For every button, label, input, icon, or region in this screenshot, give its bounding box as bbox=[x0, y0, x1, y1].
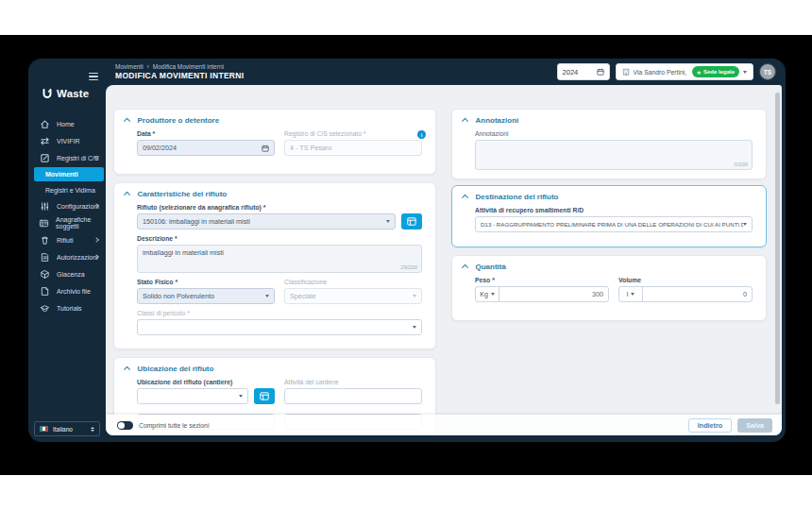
date-input[interactable]: 09/02/2024 bbox=[137, 140, 275, 156]
rifiuto-value: 150106: imballaggi in materiali misti bbox=[143, 217, 386, 226]
chevron-down-icon bbox=[265, 295, 269, 298]
back-button[interactable]: Indietro bbox=[688, 418, 732, 433]
header-widgets: 2024 Via Sandro Pertini, 8... ★ Sede leg… bbox=[557, 63, 776, 80]
language-label: Italiano bbox=[53, 426, 86, 433]
section-header-ubicazione[interactable]: Ubicazione del rifiuto bbox=[126, 365, 422, 373]
volume-field: l 0 bbox=[618, 286, 753, 302]
star-icon: ★ bbox=[697, 69, 702, 76]
section-title: Destinazione del rifiuto bbox=[476, 193, 559, 201]
site-selector[interactable]: Via Sandro Pertini, 8... ★ Sede legale bbox=[616, 63, 753, 80]
sidebar-item-movimenti[interactable]: Movimenti bbox=[34, 167, 104, 181]
italian-flag-icon bbox=[40, 426, 48, 432]
char-counter: 29/200 bbox=[400, 264, 417, 270]
sliders-icon bbox=[39, 200, 50, 212]
sidebar-item-archivio[interactable]: Archivio file bbox=[28, 282, 106, 299]
sidebar-item-anagrafiche[interactable]: Anagrafiche soggetti bbox=[28, 214, 106, 231]
attivita-cantiere-input[interactable] bbox=[284, 388, 422, 404]
section-header-destinazione[interactable]: Destinazione del rifiuto bbox=[464, 193, 753, 201]
breadcrumb-current: Modifica Movimenti interni bbox=[153, 63, 224, 70]
calendar-icon bbox=[597, 68, 604, 76]
field-label-data: Data * bbox=[137, 130, 275, 137]
sidebar-item-autorizzazioni[interactable]: Autorizzazioni bbox=[28, 248, 106, 265]
registro-input: 4 - TS Pesaro bbox=[284, 140, 422, 156]
volume-unit-select[interactable]: l bbox=[619, 287, 643, 301]
top-header: Movimenti › Modifica Movimenti interni M… bbox=[106, 59, 786, 85]
stato-value: Solido non Polverulento bbox=[143, 292, 265, 300]
attivita-rd-value: D13 - RAGGRUPPAMENTO PRELIMINARE PRIMA D… bbox=[481, 221, 743, 228]
home-icon bbox=[39, 118, 50, 129]
classificazione-value: Speciale bbox=[290, 292, 413, 300]
trash-icon bbox=[39, 234, 50, 246]
sidebar-item-label: Tutorials bbox=[57, 305, 82, 312]
sidebar-item-label: Autorizzazioni bbox=[57, 254, 98, 261]
language-selector[interactable]: Italiano bbox=[34, 421, 100, 436]
sidebar-item-configurazioni[interactable]: Configurazioni bbox=[28, 197, 106, 214]
sidebar-item-home[interactable]: Home bbox=[28, 115, 106, 132]
section-title: Produttore o detentore bbox=[138, 116, 220, 125]
id-card-icon bbox=[39, 217, 49, 229]
char-counter: 0/200 bbox=[734, 162, 748, 167]
section-title: Annotazioni bbox=[476, 116, 519, 125]
document-icon bbox=[39, 251, 50, 263]
year-filter[interactable]: 2024 bbox=[557, 63, 610, 80]
annotazioni-textarea[interactable]: 0/200 bbox=[475, 140, 753, 170]
sidebar-item-label: Configurazioni bbox=[57, 203, 99, 210]
section-title: Ubicazione del rifiuto bbox=[138, 365, 214, 373]
section-header-produttore[interactable]: Produttore o detentore bbox=[126, 116, 422, 125]
volume-input[interactable]: 0 bbox=[643, 287, 752, 301]
descrizione-textarea[interactable]: imballaggi in materiali misti 29/200 bbox=[137, 245, 422, 273]
card-produttore: Produttore o detentore i Data * 09/02/20… bbox=[113, 109, 436, 175]
rifiuto-lookup-button[interactable] bbox=[401, 213, 422, 230]
sidebar-item-vivifir[interactable]: VIVIFIR bbox=[28, 132, 106, 149]
sidebar-item-label: VIVIFIR bbox=[57, 138, 80, 144]
section-header-annotazioni[interactable]: Annotazioni bbox=[464, 116, 753, 125]
card-quantita: Quantità Peso * Kg 300 bbox=[451, 255, 767, 321]
updown-chevron-icon bbox=[91, 427, 94, 432]
chevron-down-icon bbox=[413, 295, 416, 298]
breadcrumb-root[interactable]: Movimenti bbox=[115, 63, 144, 70]
sidebar-item-label: Home bbox=[57, 121, 75, 128]
peso-input[interactable]: 300 bbox=[499, 287, 608, 301]
brand-logo-icon bbox=[42, 88, 53, 99]
scrollbar[interactable] bbox=[775, 93, 780, 425]
chevron-down-icon bbox=[743, 71, 747, 74]
cantiere-lookup-button[interactable] bbox=[254, 388, 275, 404]
collapse-sections-toggle[interactable] bbox=[117, 421, 133, 430]
rifiuto-select[interactable]: 150106: imballaggi in materiali misti bbox=[137, 213, 396, 230]
chevron-down-icon bbox=[386, 220, 390, 223]
stato-fisico-select[interactable]: Solido non Polverulento bbox=[137, 288, 275, 304]
section-header-caratteristiche[interactable]: Caratteristiche del rifiuto bbox=[126, 190, 422, 198]
sidebar-item-registri-cs[interactable]: Registri di C/S bbox=[28, 149, 106, 166]
sidebar-item-tutorials[interactable]: Tutorials bbox=[28, 299, 106, 316]
sidebar-item-rifiuti[interactable]: Rifiuti bbox=[28, 231, 106, 248]
card-destinazione: Destinazione del rifiuto Attività di rec… bbox=[451, 185, 767, 247]
chevron-down-icon bbox=[239, 395, 243, 398]
sidebar-item-label: Giacenza bbox=[57, 271, 85, 278]
save-button[interactable]: Salva bbox=[737, 418, 772, 433]
hamburger-menu-icon[interactable] bbox=[89, 73, 98, 82]
peso-unit-select[interactable]: Kg bbox=[476, 287, 499, 301]
page-title: MODIFICA MOVIMENTI INTERNI bbox=[115, 71, 244, 80]
chevron-down-icon bbox=[743, 223, 747, 226]
sidebar-item-giacenza[interactable]: Giacenza bbox=[28, 265, 106, 282]
register-pencil-icon bbox=[39, 152, 50, 163]
date-value: 09/02/2024 bbox=[143, 144, 262, 152]
avatar[interactable]: TS bbox=[759, 63, 776, 80]
attivita-rd-select[interactable]: D13 - RAGGRUPPAMENTO PRELIMINARE PRIMA D… bbox=[475, 216, 753, 232]
building-icon bbox=[622, 68, 630, 76]
sidebar: Waste Home VIVIFIR Registri di C/S bbox=[28, 59, 106, 442]
breadcrumb-separator: › bbox=[147, 63, 149, 70]
field-label-descrizione: Descrizione * bbox=[137, 235, 422, 242]
scrollbar-thumb[interactable] bbox=[775, 93, 780, 404]
sidebar-item-registri-vidima[interactable]: Registri e Vidima bbox=[28, 182, 106, 197]
file-icon bbox=[39, 285, 50, 297]
info-icon[interactable]: i bbox=[417, 130, 426, 139]
field-label-attivita-cantiere: Attività del cantiere bbox=[284, 379, 422, 385]
badge-label: Sede legale bbox=[703, 69, 735, 75]
status-badge: ★ Sede legale bbox=[692, 66, 739, 77]
cantiere-select[interactable] bbox=[137, 388, 248, 404]
app-logo: Waste bbox=[42, 88, 89, 99]
section-header-quantita[interactable]: Quantità bbox=[464, 263, 753, 271]
classi-pericolo-select[interactable] bbox=[137, 319, 422, 335]
sidebar-item-label: Registri e Vidima bbox=[45, 187, 95, 194]
